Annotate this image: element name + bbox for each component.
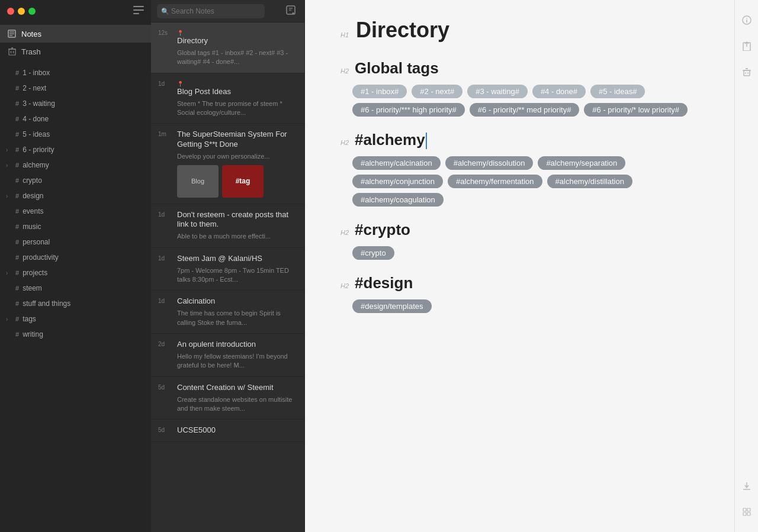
note-header-ucse5000: 5dUCSE5000 (158, 425, 297, 436)
h1-title-row: H1 Directory (341, 18, 699, 54)
note-item-directory[interactable]: 12s📍DirectoryGlobal tags #1 - inbox# #2 … (151, 22, 304, 73)
h2-label-global: H2 (341, 67, 349, 75)
search-icon: 🔍 (161, 7, 169, 15)
note-item-blog-post-ideas[interactable]: 1d📍Blog Post IdeasSteem * The true promi… (151, 73, 304, 124)
note-time-ucse5000: 5d (158, 427, 174, 433)
minimize-button[interactable] (18, 8, 25, 15)
sidebar-tag-personal[interactable]: #personal (0, 234, 151, 250)
sidebar-tag-5-ideas[interactable]: #5 - ideas (0, 127, 151, 142)
tag-label-6-priority: 6 - priority (23, 146, 54, 154)
sidebar-tag-3-waiting[interactable]: #3 - waiting (0, 96, 151, 111)
tag-hash-music: # (15, 223, 19, 230)
note-item-dont-resteem[interactable]: 1dDon't resteem - create posts that link… (151, 204, 304, 248)
sidebar-titlebar (0, 0, 151, 22)
note-item-calcination[interactable]: 1dCalcinationThe time has come to begin … (151, 291, 304, 334)
tag-badge: #1 - inbox# (352, 85, 407, 98)
h2-label-crypto: H2 (341, 229, 349, 236)
sidebar-tag-1-inbox[interactable]: #1 - inbox (0, 65, 151, 80)
sidebar-item-notes[interactable]: Notes (0, 25, 151, 43)
tag-hash-1-inbox: # (15, 69, 19, 76)
sidebar-tag-music[interactable]: #music (0, 219, 151, 234)
tags-container-crypto: #crypto (341, 246, 699, 260)
sidebar-tag-stuff-and-things[interactable]: #stuff and things (0, 296, 151, 311)
tag-badge: #crypto (352, 246, 394, 260)
sidebar-tag-alchemy[interactable]: ›#alchemy (0, 157, 151, 173)
sidebar-controls-icon[interactable] (133, 6, 144, 17)
close-button[interactable] (7, 8, 14, 15)
note-item-supersteen-system[interactable]: 1mThe SuperSteemian System For Getting S… (151, 124, 304, 204)
h2-row-alchemy: H2 #alchemy (341, 131, 699, 149)
tag-hash-tags: # (15, 315, 19, 323)
download-button[interactable] (738, 478, 755, 494)
note-preview-directory: Global tags #1 - inbox# #2 - next# #3 - … (158, 49, 297, 67)
sidebar-tag-2-next[interactable]: #2 - next (0, 80, 151, 96)
note-title-directory: Directory (177, 36, 297, 46)
main-content: H1 Directory H2 Global tags #1 - inbox##… (305, 0, 734, 532)
note-header-supersteen-system: 1mThe SuperSteemian System For Getting S… (158, 130, 297, 150)
note-time-blog-post-ideas: 1d (158, 80, 174, 87)
tag-badge: #5 - ideas# (590, 85, 645, 98)
tag-label-design: design (23, 192, 43, 200)
notes-label: Notes (21, 30, 41, 38)
sidebar-tag-writing[interactable]: #writing (0, 327, 151, 342)
tags-container-global-row2: #6 - priority/*** high priority##6 - pri… (341, 103, 699, 117)
share-button[interactable] (738, 38, 755, 54)
h2-label-design: H2 (341, 282, 349, 289)
sidebar-tag-design[interactable]: ›#design (0, 188, 151, 204)
sidebar-tag-productivity[interactable]: #productivity (0, 250, 151, 265)
tag-badge: #3 - waiting# (467, 85, 528, 98)
tag-label-2-next: 2 - next (23, 84, 46, 92)
h2-title-design: #design (355, 274, 413, 292)
tag-hash-writing: # (15, 331, 19, 338)
tag-badge: #alchemy/conjunction (352, 175, 443, 188)
delete-button[interactable] (738, 64, 755, 80)
search-wrapper: 🔍 (157, 4, 278, 18)
tag-hash-4-done: # (15, 115, 19, 122)
section-global-tags: H2 Global tags #1 - inbox##2 - next##3 -… (341, 59, 699, 117)
note-list: 🔍 12s📍DirectoryGlobal tags #1 - inbox# #… (151, 0, 305, 532)
sidebar-tag-tags[interactable]: ›#tags (0, 311, 151, 327)
note-header-dont-resteem: 1dDon't resteem - create posts that link… (158, 210, 297, 230)
sidebar-tag-steem[interactable]: #steem (0, 280, 151, 296)
note-title-ucse5000: UCSE5000 (177, 425, 297, 436)
tag-badge: #alchemy/dissolution (445, 156, 534, 170)
info-button[interactable] (738, 12, 755, 28)
sidebar-tag-projects[interactable]: ›#projects (0, 265, 151, 280)
note-time-calcination: 1d (158, 298, 174, 304)
sidebar-item-trash[interactable]: Trash (0, 43, 151, 60)
note-header-calcination: 1dCalcination (158, 296, 297, 307)
tag-label-tags: tags (23, 315, 36, 323)
tag-badge: #alchemy/coagulation (352, 193, 444, 207)
tag-hash-3-waiting: # (15, 100, 19, 107)
sidebar-tag-6-priority[interactable]: ›#6 - priority (0, 142, 151, 157)
note-item-ucse5000[interactable]: 5dUCSE5000 (151, 420, 304, 442)
h2-label-alchemy: H2 (341, 139, 349, 146)
tag-label-stuff-and-things: stuff and things (23, 299, 70, 308)
tag-chevron-alchemy: › (6, 162, 12, 169)
note-item-content-creation[interactable]: 5dContent Creation w/ SteemitCreate stan… (151, 377, 304, 420)
sidebar-tag-4-done[interactable]: #4 - done (0, 111, 151, 127)
note-items-container: 12s📍DirectoryGlobal tags #1 - inbox# #2 … (151, 22, 304, 532)
h2-row-global-tags: H2 Global tags (341, 59, 699, 78)
grid-button[interactable] (738, 504, 755, 520)
tag-hash-productivity: # (15, 254, 19, 261)
note-item-opulent-intro[interactable]: 2dAn opulent introductionHello my fellow… (151, 334, 304, 377)
sidebar-tag-events[interactable]: #events (0, 204, 151, 219)
h2-title-alchemy: #alchemy (355, 131, 427, 149)
tag-label-steem: steem (23, 284, 42, 292)
note-time-dont-resteem: 1d (158, 211, 174, 218)
new-note-button[interactable] (283, 5, 298, 18)
sidebar-tag-crypto[interactable]: #crypto (0, 173, 151, 188)
maximize-button[interactable] (28, 8, 36, 15)
search-input[interactable] (157, 4, 265, 18)
tag-chevron-6-priority: › (6, 147, 12, 153)
h2-row-crypto: H2 #crypto (341, 221, 699, 239)
note-thumb1-supersteen-system: Blog (177, 165, 219, 198)
note-preview-steem-jam: 7pm - Welcome 8pm - Two 15min TED talks … (158, 266, 297, 285)
note-preview-content-creation: Create standalone websites on multisite … (158, 395, 297, 414)
right-toolbar (734, 0, 758, 532)
tag-badge: #6 - priority/*** high priority# (352, 103, 465, 117)
note-item-steem-jam[interactable]: 1dSteem Jam @ Kalani/HS7pm - Welcome 8pm… (151, 248, 304, 291)
note-title-calcination: Calcination (177, 296, 297, 307)
tag-chevron-design: › (6, 193, 12, 199)
